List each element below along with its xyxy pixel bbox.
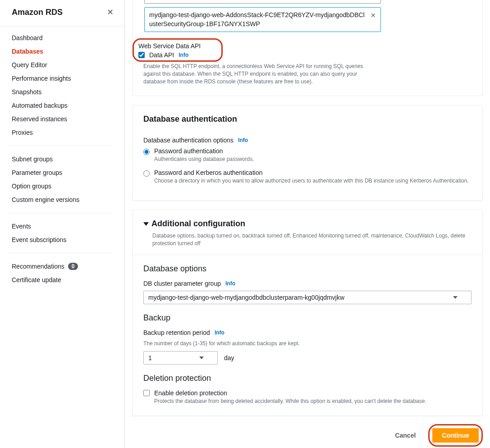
- auth-option-password[interactable]: Password authentication Authenticates us…: [143, 147, 472, 163]
- backup-title: Backup: [143, 313, 472, 323]
- sidebar: Amazon RDS ✕ Dashboard Databases Query E…: [0, 0, 125, 448]
- data-api-checkbox[interactable]: [138, 52, 145, 58]
- sidebar-item-automated-backups[interactable]: Automated backups: [0, 99, 124, 112]
- database-authentication-panel: Database authentication Database authent…: [132, 105, 483, 201]
- connectivity-section-tail: mydjango-test-django-web-AddonsStack-FC9…: [132, 0, 483, 96]
- sidebar-item-reserved-instances[interactable]: Reserved instances: [0, 112, 124, 126]
- parameter-group-select[interactable]: mydjango-test-django-web-mydjangodbdbclu…: [143, 291, 472, 304]
- radio-kerberos-auth[interactable]: [143, 170, 150, 177]
- kerberos-auth-help: Choose a directory in which you want to …: [154, 177, 472, 185]
- sidebar-item-snapshots[interactable]: Snapshots: [0, 85, 124, 99]
- sidebar-item-parameter-groups[interactable]: Parameter groups: [0, 166, 124, 179]
- pg-label-row: DB cluster parameter group Info: [143, 280, 472, 287]
- sidebar-header: Amazon RDS ✕: [0, 0, 124, 27]
- retention-value: 1: [148, 354, 152, 361]
- brp-info-link[interactable]: Info: [215, 329, 224, 336]
- main-content: mydjango-test-django-web-AddonsStack-FC9…: [125, 0, 490, 448]
- sidebar-nav: Dashboard Databases Query Editor Perform…: [0, 27, 124, 287]
- pg-info-link[interactable]: Info: [225, 280, 235, 287]
- sidebar-item-events[interactable]: Events: [0, 219, 124, 233]
- option-body: Password authentication Authenticates us…: [154, 147, 472, 163]
- security-group-chip-text: mydjango-test-django-web-AddonsStack-FC9…: [149, 11, 365, 27]
- sidebar-item-subnet-groups[interactable]: Subnet groups: [0, 152, 124, 166]
- brp-help-text: The number of days (1-35) for which auto…: [143, 340, 472, 347]
- parameter-group-value: mydjango-test-django-web-mydjangodbdbclu…: [148, 294, 344, 301]
- highlight-continue: Continue: [428, 424, 483, 447]
- data-api-info-link[interactable]: Info: [179, 52, 188, 58]
- kerberos-auth-title: Password and Kerberos authentication: [154, 169, 472, 176]
- chevron-down-icon: [453, 296, 458, 299]
- additional-config-title: Additional configuration: [151, 219, 245, 229]
- close-icon[interactable]: ✕: [105, 5, 115, 19]
- additional-config-summary: Database options, backup turned on, back…: [133, 230, 482, 255]
- auth-options-label-row: Database authentication options Info: [143, 137, 472, 144]
- sidebar-item-dashboard[interactable]: Dashboard: [0, 31, 124, 45]
- sidebar-item-certificate-update[interactable]: Certificate update: [0, 273, 124, 287]
- auth-options-label: Database authentication options: [143, 137, 234, 144]
- pg-label: DB cluster parameter group: [143, 280, 221, 287]
- data-api-block: Web Service Data API Data API Info Enabl…: [133, 38, 367, 85]
- chevron-down-icon: [199, 357, 204, 359]
- sidebar-item-option-groups[interactable]: Option groups: [0, 179, 124, 193]
- auth-option-kerberos[interactable]: Password and Kerberos authentication Cho…: [143, 169, 472, 185]
- caret-down-icon: [143, 222, 149, 226]
- divider: [7, 213, 113, 213]
- database-options-title: Database options: [143, 264, 472, 274]
- highlight-data-api: Web Service Data API Data API Info: [133, 38, 223, 62]
- auth-title: Database authentication: [143, 114, 472, 124]
- sidebar-item-label: Recommendations: [12, 263, 64, 270]
- data-api-help-text: Enable the SQL HTTP endpoint, a connecti…: [143, 63, 367, 85]
- deletion-protection-subsection: Deletion protection Enable deletion prot…: [133, 369, 482, 416]
- sidebar-item-databases[interactable]: Databases: [0, 45, 124, 58]
- data-api-heading: Web Service Data API: [138, 42, 217, 50]
- divider: [7, 146, 113, 146]
- sidebar-item-performance-insights[interactable]: Performance insights: [0, 72, 124, 85]
- auth-info-link[interactable]: Info: [238, 137, 248, 143]
- sidebar-item-event-subscriptions[interactable]: Event subscriptions: [0, 233, 124, 247]
- radio-password-auth[interactable]: [143, 149, 150, 155]
- deletion-checkbox-row: Enable deletion protection: [143, 389, 472, 397]
- password-auth-title: Password authentication: [154, 147, 472, 155]
- prev-chip-outline: [144, 0, 381, 4]
- sidebar-item-custom-engine-versions[interactable]: Custom engine versions: [0, 193, 124, 206]
- retention-select[interactable]: 1: [143, 351, 218, 365]
- additional-configuration-panel: Additional configuration Database option…: [132, 210, 483, 416]
- recommendations-badge: 0: [68, 263, 78, 270]
- deletion-protection-label: Enable deletion protection: [154, 389, 227, 397]
- data-api-checkbox-row: Data API Info: [138, 51, 217, 59]
- divider: [7, 253, 113, 253]
- sidebar-item-proxies[interactable]: Proxies: [0, 126, 124, 139]
- database-options-subsection: Database options DB cluster parameter gr…: [133, 255, 482, 309]
- service-title: Amazon RDS: [12, 8, 63, 17]
- backup-subsection: Backup Backup retention period Info The …: [133, 309, 482, 369]
- deletion-protection-help: Protects the database from being deleted…: [154, 398, 472, 405]
- password-auth-help: Authenticates using database passwords.: [154, 155, 472, 163]
- sidebar-item-query-editor[interactable]: Query Editor: [0, 58, 124, 72]
- deletion-protection-title: Deletion protection: [143, 374, 472, 383]
- additional-config-toggle[interactable]: Additional configuration: [133, 210, 482, 230]
- continue-button[interactable]: Continue: [432, 428, 479, 443]
- brp-label-row: Backup retention period Info: [143, 329, 472, 336]
- option-body: Password and Kerberos authentication Cho…: [154, 169, 472, 185]
- brp-label: Backup retention period: [143, 329, 210, 336]
- footer-actions: Cancel Continue: [129, 416, 485, 448]
- sidebar-item-recommendations[interactable]: Recommendations 0: [0, 260, 124, 273]
- data-api-label: Data API: [149, 51, 174, 59]
- deletion-protection-checkbox[interactable]: [143, 390, 150, 396]
- retention-unit: day: [224, 354, 234, 361]
- security-group-chip[interactable]: mydjango-test-django-web-AddonsStack-FC9…: [144, 7, 381, 32]
- chip-remove-icon[interactable]: ✕: [371, 11, 376, 20]
- cancel-button[interactable]: Cancel: [389, 428, 422, 443]
